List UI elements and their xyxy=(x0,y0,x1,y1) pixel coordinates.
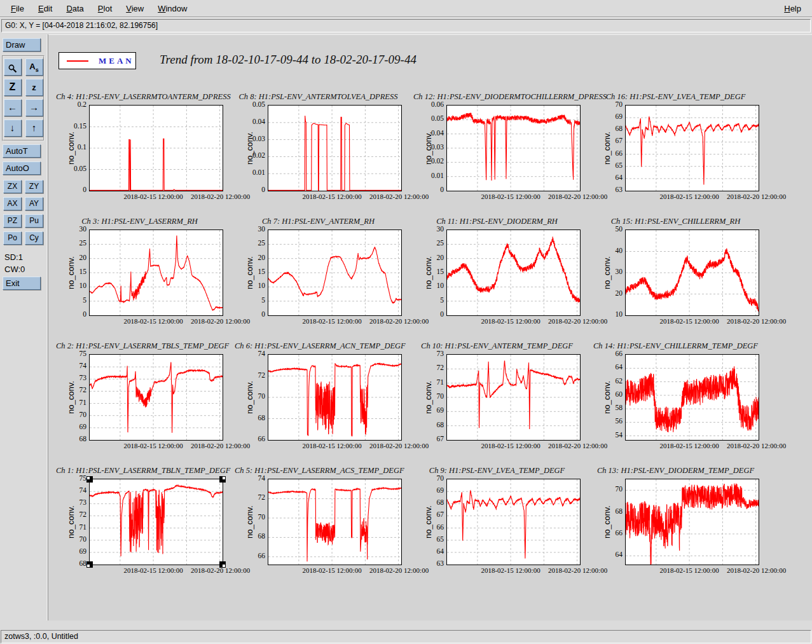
plot-area[interactable] xyxy=(268,354,402,441)
trend-plot-ch1[interactable]: Ch 1: H1:PSL-ENV_LASERRM_TBLN_TEMP_DEGFn… xyxy=(56,462,235,587)
trend-plot-ch5[interactable]: Ch 5: H1:PSL-ENV_LASERRM_ACS_TEMP_DEGFno… xyxy=(235,462,413,587)
y-tick-label: 65 xyxy=(616,161,623,169)
x-axis-ticks: 2018-02-15 12:00:002018-02-20 12:00:00 xyxy=(413,566,592,576)
plot-area[interactable] xyxy=(89,230,223,316)
y-tick-label: 50 xyxy=(616,225,623,233)
mean-trend-line xyxy=(90,139,223,190)
y-tick-label: 69 xyxy=(616,113,623,120)
y-tick-label: 72 xyxy=(437,364,444,371)
plot-svg xyxy=(90,230,223,315)
menu-view[interactable]: View xyxy=(119,2,151,15)
menu-edit[interactable]: Edit xyxy=(31,2,59,15)
plot-area[interactable] xyxy=(89,354,223,441)
y-tick-label: 73 xyxy=(79,374,87,381)
draw-button[interactable]: Draw xyxy=(3,38,41,51)
zoom-out-button[interactable]: z xyxy=(25,79,43,96)
y-tick-label: 74 xyxy=(258,350,266,357)
trend-plot-ch4[interactable]: Ch 4: H1:PSL-ENV_LASERRMTOANTERM_DPRESSn… xyxy=(56,88,235,213)
mean-trend-line xyxy=(447,491,580,559)
scroll-left-button[interactable]: ← xyxy=(4,99,22,116)
zoom-region-tool-button[interactable] xyxy=(4,58,22,76)
mean-trend-line xyxy=(626,483,759,564)
text-style-button[interactable]: As xyxy=(25,58,43,76)
plot-svg xyxy=(447,355,580,440)
plot-area[interactable] xyxy=(89,105,223,191)
y-tick-label: 72 xyxy=(258,493,266,501)
ay-button[interactable]: AY xyxy=(25,197,43,210)
plot-area[interactable] xyxy=(625,230,759,316)
ax-button[interactable]: AX xyxy=(3,197,22,210)
trend-plot-ch8[interactable]: Ch 8: H1:PSL-ENV_ANTERMTOLVEA_DPRESSno_c… xyxy=(235,88,413,213)
trend-plot-ch12[interactable]: Ch 12: H1:PSL-ENV_DIODERMTOCHILLERRM_DPR… xyxy=(413,88,592,213)
y-tick-label: 65 xyxy=(437,535,444,543)
trend-plot-ch10[interactable]: Ch 10: H1:PSL-ENV_ANTERM_TEMP_DEGFno_con… xyxy=(413,338,592,462)
menu-plot[interactable]: Plot xyxy=(91,2,119,15)
x-tick-label: 2018-02-15 12:00:00 xyxy=(659,317,719,325)
plot-area[interactable] xyxy=(446,230,581,316)
plot-svg xyxy=(268,106,401,191)
selection-handle[interactable] xyxy=(219,561,226,568)
pu-button[interactable]: Pu xyxy=(25,214,43,228)
selection-handle[interactable] xyxy=(86,561,93,568)
autoo-button[interactable]: AutoO xyxy=(3,161,41,175)
menu-file[interactable]: File xyxy=(4,2,31,15)
zx-button[interactable]: ZX xyxy=(3,180,22,193)
x-tick-label: 2018-02-20 12:00:00 xyxy=(727,442,786,449)
zy-button[interactable]: ZY xyxy=(25,180,43,193)
y-tick-label: 0.01 xyxy=(431,172,444,179)
menu-window[interactable]: Window xyxy=(151,2,194,15)
plot-area[interactable] xyxy=(268,230,402,316)
plot-svg xyxy=(90,355,223,440)
trend-plot-ch15[interactable]: Ch 15: H1:PSL-ENV_CHILLERRM_RHno_conv.10… xyxy=(592,213,771,338)
menu-data[interactable]: Data xyxy=(59,2,90,15)
x-axis-ticks: 2018-02-15 12:00:002018-02-20 12:00:00 xyxy=(56,442,235,451)
po-button[interactable]: Po xyxy=(3,231,22,245)
y-tick-label: 69 xyxy=(79,547,87,555)
menu-help[interactable]: Help xyxy=(777,2,808,15)
trend-plot-ch3[interactable]: Ch 3: H1:PSL-ENV_LASERRM_RHno_conv.05101… xyxy=(56,213,235,338)
pz-button[interactable]: PZ xyxy=(3,214,22,228)
trend-plot-ch11[interactable]: Ch 11: H1:PSL-ENV_DIODERM_RHno_conv.0510… xyxy=(413,213,592,338)
scroll-right-icon: → xyxy=(29,102,39,113)
trend-plot-ch6[interactable]: Ch 6: H1:PSL-ENV_LASERRM_ACN_TEMP_DEGFno… xyxy=(235,338,413,462)
y-tick-label: 54 xyxy=(616,431,623,439)
cy-button[interactable]: Cy xyxy=(25,231,43,245)
plot-area[interactable] xyxy=(446,479,581,565)
y-tick-label: 66 xyxy=(616,149,623,157)
trend-plot-ch9[interactable]: Ch 9: H1:PSL-ENV_LVEA_TEMP_DEGFno_conv.6… xyxy=(413,462,592,587)
y-tick-label: 68 xyxy=(258,414,266,421)
trend-plot-ch7[interactable]: Ch 7: H1:PSL-ENV_ANTERM_RHno_conv.051015… xyxy=(235,213,413,338)
selection-handle[interactable] xyxy=(219,476,226,483)
trend-plot-ch16[interactable]: Ch 16: H1:PSL-ENV_LVEA_TEMP_DEGFno_conv.… xyxy=(592,88,771,213)
trend-plot-ch2[interactable]: Ch 2: H1:PSL-ENV_LASERRM_TBLS_TEMP_DEGFn… xyxy=(56,338,235,462)
y-tick-label: 10 xyxy=(79,282,87,289)
scroll-right-button[interactable]: → xyxy=(25,99,43,116)
y-axis-ticks: 00.010.020.030.040.050.06 xyxy=(423,105,446,191)
plot-svg xyxy=(447,230,580,315)
scroll-down-button[interactable]: ↓ xyxy=(4,120,22,137)
plot-area[interactable] xyxy=(268,105,402,191)
plot-area[interactable] xyxy=(625,354,759,441)
coordinate-readout: G0: X, Y = [04-04-2018 21:16:02, 82.1967… xyxy=(1,19,811,32)
zoom-in-button[interactable]: Z xyxy=(4,79,22,96)
plot-area[interactable] xyxy=(268,479,402,565)
scroll-up-icon: ↑ xyxy=(32,122,37,133)
selection-handle[interactable] xyxy=(86,476,93,483)
plot-grid: Ch 4: H1:PSL-ENV_LASERRMTOANTERM_DPRESSn… xyxy=(56,88,771,587)
y-tick-label: 30 xyxy=(258,225,266,233)
x-axis-ticks: 2018-02-15 12:00:002018-02-20 12:00:00 xyxy=(235,193,413,202)
y-axis-label-wrap: no_conv. xyxy=(56,354,66,441)
trend-plot-ch13[interactable]: Ch 13: H1:PSL-ENV_DIODERM_TEMP_DEGFno_co… xyxy=(592,462,771,587)
x-tick-label: 2018-02-15 12:00:00 xyxy=(123,566,182,574)
plot-area[interactable] xyxy=(625,105,759,191)
trend-plot-ch14[interactable]: Ch 14: H1:PSL-ENV_CHILLERRM_TEMP_DEGFno_… xyxy=(592,338,771,462)
plot-svg xyxy=(626,106,759,191)
plot-area[interactable] xyxy=(446,354,581,441)
plot-area[interactable] xyxy=(89,479,223,565)
plot-area[interactable] xyxy=(446,105,581,191)
exit-button[interactable]: Exit xyxy=(3,277,41,290)
y-tick-label: 70 xyxy=(258,513,266,521)
plot-area[interactable] xyxy=(625,479,759,565)
scroll-up-button[interactable]: ↑ xyxy=(25,120,43,137)
autot-button[interactable]: AutoT xyxy=(3,144,41,158)
